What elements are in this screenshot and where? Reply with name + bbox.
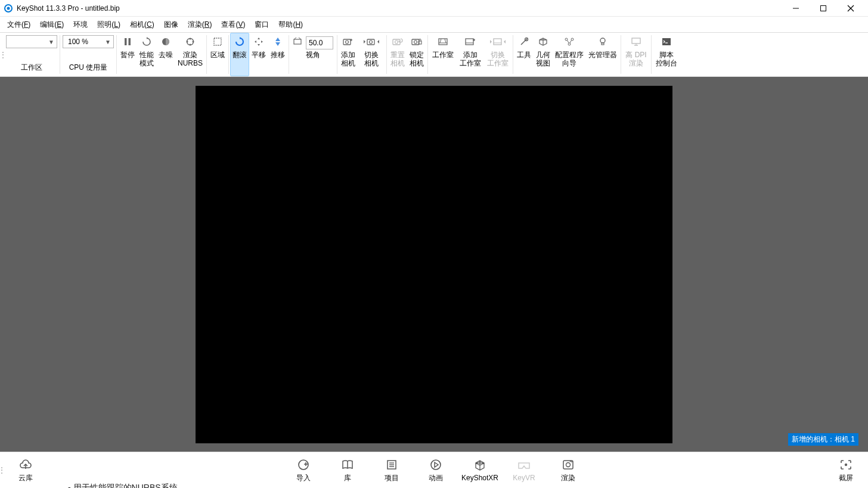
menu-图像[interactable]: 图像: [159, 18, 183, 31]
svg-rect-20: [367, 39, 374, 45]
cpu-usage-combo[interactable]: 100 % ▼: [63, 35, 114, 48]
main-toolbar: ⋮ ▼ 工作区 100 % ▼ CPU 使用量 暂停 性能 模式 去噪 渲染 N…: [0, 33, 868, 77]
svg-point-37: [571, 38, 574, 41]
perspective-icon: [293, 35, 302, 48]
denoise-button[interactable]: 去噪: [156, 33, 175, 76]
svg-point-11: [193, 41, 194, 43]
lock-camera-button[interactable]: 锁定 相机: [407, 33, 426, 76]
pause-button[interactable]: 暂停: [118, 33, 137, 76]
menu-查看[interactable]: 查看(V): [216, 18, 250, 31]
add-camera-button[interactable]: 添加 相机: [339, 33, 358, 76]
camera-plus-icon: [343, 35, 354, 48]
window-title: KeyShot 11.3.3 Pro - untitled.bip: [17, 4, 120, 13]
svg-point-46: [299, 460, 308, 470]
app-icon: [4, 4, 13, 13]
geometry-view-button[interactable]: 几何 视图: [534, 33, 553, 76]
denoise-icon: [161, 35, 170, 48]
keyvr-button: KeyVR: [502, 453, 546, 487]
studio-button[interactable]: 工作室: [429, 33, 457, 76]
refresh-icon: [142, 35, 151, 48]
svg-point-19: [346, 41, 349, 43]
cube-wire-icon: [473, 458, 486, 473]
wizard-icon: [564, 35, 575, 48]
svg-point-25: [414, 41, 417, 43]
svg-rect-3: [821, 5, 826, 11]
maximize-button[interactable]: [810, 0, 837, 17]
fov-input[interactable]: 50.0: [306, 36, 333, 49]
svg-line-29: [440, 39, 441, 43]
switch-camera-button[interactable]: 切换 相机: [358, 33, 385, 76]
switch-studio-button: 切换 工作室: [484, 33, 512, 76]
chevron-down-icon: ▼: [48, 39, 54, 45]
book-icon: [341, 458, 354, 472]
cloud-library-button[interactable]: 云库: [4, 453, 48, 487]
svg-rect-14: [214, 38, 221, 45]
menu-编辑[interactable]: 编辑(E): [35, 18, 69, 31]
pan-button[interactable]: 平移: [249, 33, 268, 76]
menu-bar: 文件(F)编辑(E)环境照明(L)相机(C)图像渲染(R)查看(V)窗口帮助(H…: [0, 17, 868, 33]
menu-照明[interactable]: 照明(L): [92, 18, 125, 31]
reset-camera-button: 重置 相机: [388, 33, 407, 76]
crop-icon: [839, 458, 852, 472]
workspace-label: 工作区: [21, 63, 42, 73]
import-button[interactable]: 导入: [281, 453, 326, 487]
menu-相机[interactable]: 相机(C): [125, 18, 159, 31]
high-dpi-button: 高 DPI 渲染: [622, 33, 650, 76]
nurbs-icon: [185, 35, 195, 48]
svg-point-39: [600, 38, 605, 43]
keyshotxr-button[interactable]: KeyShotXR: [458, 453, 502, 487]
tools-icon: [519, 35, 529, 48]
menu-渲染[interactable]: 渲染(R): [183, 18, 217, 31]
perspective-button[interactable]: 50.0 视角: [290, 33, 336, 76]
cube-icon: [538, 35, 548, 48]
region-button[interactable]: 区域: [208, 33, 227, 76]
svg-point-13: [190, 44, 191, 46]
workspace-combo[interactable]: ▼: [6, 35, 57, 48]
tools-button[interactable]: 工具: [514, 33, 534, 76]
svg-point-12: [190, 38, 191, 40]
render-button[interactable]: 渲染: [546, 453, 590, 487]
light-manager-button[interactable]: 光管理器: [586, 33, 619, 76]
viewport-area[interactable]: 新增的相机：相机 1: [0, 77, 868, 452]
render-icon: [562, 458, 575, 472]
performance-mode-button[interactable]: 性能 模式: [137, 33, 156, 76]
screenshot-button[interactable]: 截屏: [824, 453, 868, 487]
menu-文件[interactable]: 文件(F): [2, 18, 35, 31]
svg-rect-6: [125, 38, 127, 45]
pan-icon: [254, 35, 264, 48]
svg-rect-24: [412, 39, 419, 45]
dolly-button[interactable]: 推移: [268, 33, 287, 76]
library-button[interactable]: 库: [326, 453, 370, 487]
svg-point-38: [568, 43, 571, 45]
play-circle-icon: [429, 458, 442, 472]
add-studio-button[interactable]: 添加 工作室: [457, 33, 484, 76]
menu-环境[interactable]: 环境: [69, 18, 92, 31]
script-console-button[interactable]: 脚本 控制台: [653, 33, 680, 76]
svg-rect-33: [494, 39, 501, 45]
render-nurbs-button[interactable]: 渲染 NURBS: [175, 33, 205, 76]
svg-point-36: [565, 38, 568, 41]
footer-text: - 用于性能跟踪的NURBS系统: [68, 483, 178, 488]
close-button[interactable]: [837, 0, 864, 17]
svg-point-53: [566, 462, 571, 467]
project-button[interactable]: 项目: [370, 453, 414, 487]
monitor-icon: [631, 35, 641, 48]
bulb-icon: [598, 35, 607, 48]
pause-icon: [123, 35, 132, 48]
camera-lock-icon: [411, 35, 422, 48]
svg-rect-31: [466, 39, 473, 45]
tumble-button[interactable]: 翻滚: [230, 33, 249, 76]
list-icon: [386, 458, 398, 472]
svg-rect-40: [602, 43, 604, 45]
minimize-button[interactable]: [782, 0, 810, 17]
rotate-icon: [234, 35, 245, 48]
animation-button[interactable]: 动画: [414, 453, 458, 487]
studio-plus-icon: [465, 35, 476, 48]
cpu-combo-text: 100 %: [66, 38, 105, 46]
configurator-button[interactable]: 配置程序 向导: [553, 33, 586, 76]
svg-point-10: [187, 41, 188, 43]
menu-帮助[interactable]: 帮助(H): [274, 18, 308, 31]
menu-窗口[interactable]: 窗口: [250, 18, 274, 31]
render-canvas[interactable]: [196, 86, 672, 443]
studio-switch-icon: [489, 35, 506, 48]
